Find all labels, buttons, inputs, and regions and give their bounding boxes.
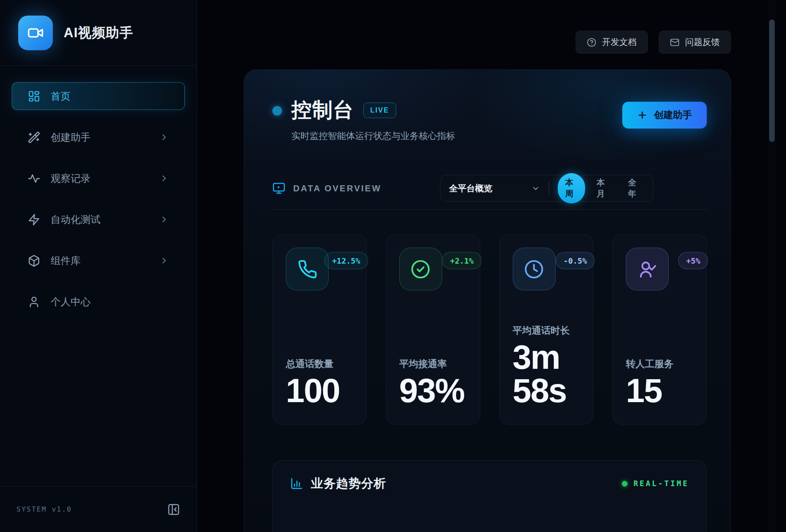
scrollbar-thumb[interactable] bbox=[769, 19, 775, 142]
sidebar-item-home[interactable]: 首页 bbox=[12, 82, 185, 110]
clock-icon bbox=[513, 248, 556, 290]
zap-icon bbox=[28, 213, 40, 226]
phone-icon bbox=[286, 248, 329, 290]
stat-value: 3m 58s bbox=[513, 341, 580, 407]
tab-this-month[interactable]: 本月 bbox=[589, 173, 617, 203]
stat-label: 平均接通率 bbox=[399, 358, 467, 371]
section-divider bbox=[272, 209, 707, 210]
page-title: 控制台 bbox=[291, 97, 354, 124]
app-title: AI视频助手 bbox=[64, 24, 133, 42]
help-circle-icon bbox=[587, 38, 596, 47]
stat-card-answer-rate: +2.1% 平均接通率 93% bbox=[386, 234, 480, 425]
chevron-right-icon bbox=[159, 132, 169, 142]
delta-badge: +5% bbox=[678, 252, 708, 269]
chevron-down-icon bbox=[531, 184, 540, 193]
platform-select[interactable]: 全平台概览 bbox=[449, 183, 540, 194]
dev-docs-label: 开发文档 bbox=[602, 36, 637, 48]
delta-badge: +12.5% bbox=[324, 252, 368, 269]
wand-icon bbox=[28, 131, 40, 144]
delta-badge: -0.5% bbox=[556, 252, 595, 269]
activity-icon bbox=[28, 172, 40, 185]
sidebar: AI视频助手 首页 创建助手 bbox=[0, 0, 197, 532]
sidebar-footer: SYSTEM v1.0 bbox=[0, 486, 197, 532]
bar-chart-icon bbox=[290, 477, 303, 490]
controls-divider bbox=[549, 182, 549, 195]
tab-this-week[interactable]: 本周 bbox=[558, 173, 585, 203]
user-icon bbox=[28, 296, 40, 308]
sidebar-nav: 首页 创建助手 bbox=[0, 66, 197, 316]
stat-label: 平均通话时长 bbox=[513, 324, 580, 337]
console-title-block: 控制台 LIVE 实时监控智能体运行状态与业务核心指标 bbox=[272, 97, 455, 142]
sidebar-item-automation-test[interactable]: 自动化测试 bbox=[12, 206, 185, 233]
live-badge: LIVE bbox=[363, 103, 396, 118]
sidebar-item-label: 观察记录 bbox=[51, 172, 91, 185]
user-check-icon bbox=[626, 248, 669, 290]
delta-badge: +2.1% bbox=[442, 252, 481, 269]
sidebar-item-label: 个人中心 bbox=[51, 295, 91, 309]
create-assistant-label: 创建助手 bbox=[654, 109, 692, 122]
realtime-indicator: REAL-TIME bbox=[622, 479, 689, 488]
data-overview-row: DATA OVERVIEW 全平台概览 本周 本月 全年 bbox=[272, 175, 707, 202]
mail-icon bbox=[670, 38, 679, 47]
platform-select-value: 全平台概览 bbox=[449, 183, 492, 194]
check-circle-icon bbox=[399, 248, 442, 290]
box-icon bbox=[28, 255, 40, 267]
sidebar-item-personal-center[interactable]: 个人中心 bbox=[12, 288, 185, 316]
video-camera-icon bbox=[27, 24, 44, 42]
panel-collapse-icon bbox=[167, 503, 180, 516]
period-tabs: 本周 本月 全年 bbox=[558, 173, 648, 203]
chevron-right-icon bbox=[159, 256, 169, 265]
stat-cards: +12.5% 总通话数量 100 +2.1% 平均接通率 93% bbox=[272, 234, 707, 425]
sidebar-item-component-library[interactable]: 组件库 bbox=[12, 247, 185, 274]
sidebar-item-observation-log[interactable]: 观察记录 bbox=[12, 164, 185, 192]
data-overview-label: DATA OVERVIEW bbox=[293, 184, 382, 193]
sidebar-item-label: 组件库 bbox=[51, 254, 81, 268]
chevron-right-icon bbox=[159, 174, 169, 183]
trend-header: 业务趋势分析 REAL-TIME bbox=[290, 475, 689, 492]
brand: AI视频助手 bbox=[0, 0, 197, 66]
tab-this-year[interactable]: 全年 bbox=[621, 173, 648, 203]
create-assistant-button[interactable]: 创建助手 bbox=[622, 102, 707, 129]
trend-title: 业务趋势分析 bbox=[311, 475, 386, 492]
system-version: SYSTEM v1.0 bbox=[16, 505, 72, 513]
sidebar-item-create-assistant[interactable]: 创建助手 bbox=[12, 123, 185, 151]
app-logo bbox=[18, 16, 53, 50]
console-subtitle: 实时监控智能体运行状态与业务核心指标 bbox=[291, 130, 455, 142]
realtime-label: REAL-TIME bbox=[634, 479, 689, 488]
stat-card-total-calls: +12.5% 总通话数量 100 bbox=[272, 234, 367, 425]
data-overview-label-group: DATA OVERVIEW bbox=[272, 182, 440, 195]
realtime-dot bbox=[622, 481, 628, 487]
sidebar-item-label: 自动化测试 bbox=[51, 213, 100, 226]
stat-value: 15 bbox=[626, 374, 693, 407]
console-header: 控制台 LIVE 实时监控智能体运行状态与业务核心指标 创建助手 bbox=[272, 97, 707, 142]
collapse-sidebar-button[interactable] bbox=[167, 503, 180, 516]
feedback-label: 问题反馈 bbox=[685, 36, 720, 48]
stat-value: 100 bbox=[286, 374, 353, 407]
stat-label: 总通话数量 bbox=[286, 358, 353, 371]
sidebar-item-label: 创建助手 bbox=[51, 131, 91, 144]
feedback-button[interactable]: 问题反馈 bbox=[659, 31, 731, 54]
stat-label: 转人工服务 bbox=[626, 358, 693, 371]
monitor-play-icon bbox=[272, 182, 285, 195]
sidebar-item-label: 首页 bbox=[51, 90, 71, 103]
overview-controls: 全平台概览 本周 本月 全年 bbox=[440, 175, 653, 202]
app-root: AI视频助手 首页 创建助手 bbox=[0, 0, 786, 532]
dev-docs-button[interactable]: 开发文档 bbox=[576, 31, 648, 54]
console-panel: 控制台 LIVE 实时监控智能体运行状态与业务核心指标 创建助手 bbox=[244, 69, 731, 532]
chevron-right-icon bbox=[159, 215, 169, 224]
stat-value: 93% bbox=[399, 374, 467, 407]
stat-card-avg-duration: -0.5% 平均通话时长 3m 58s bbox=[499, 234, 594, 425]
plus-icon bbox=[637, 110, 647, 120]
status-dot bbox=[272, 106, 282, 116]
dashboard-icon bbox=[28, 90, 40, 103]
stat-card-human-transfer: +5% 转人工服务 15 bbox=[612, 234, 707, 425]
topbar: 开发文档 问题反馈 bbox=[576, 31, 731, 54]
trend-analysis-card: 业务趋势分析 REAL-TIME bbox=[272, 460, 707, 532]
